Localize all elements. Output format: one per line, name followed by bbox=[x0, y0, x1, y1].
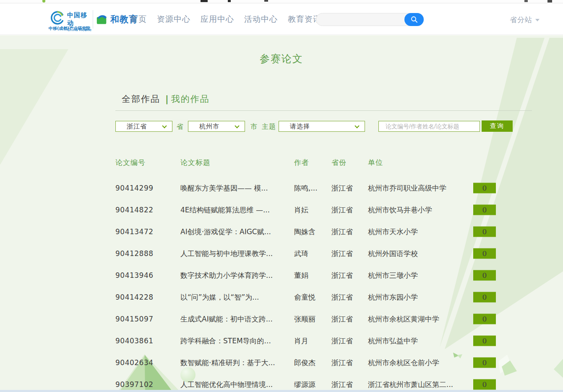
city-select[interactable]: 杭州市 bbox=[188, 121, 245, 132]
china-mobile-subtitle: 中移(成都)产业研究院 bbox=[49, 26, 94, 31]
paper-id: 90412888 bbox=[115, 249, 154, 258]
paper-author: 郎俊杰 bbox=[294, 358, 315, 368]
paper-id: 90403861 bbox=[115, 337, 154, 345]
topic-label: 主题 bbox=[262, 123, 276, 131]
paper-organization: 杭州市天水小学 bbox=[368, 227, 418, 237]
tab-separator: | bbox=[165, 94, 169, 104]
header-paper-title: 论文标题 bbox=[180, 158, 211, 167]
paper-province: 浙江省 bbox=[331, 271, 353, 280]
topic-select[interactable]: 请选择 bbox=[279, 121, 365, 132]
score-badge: 0 bbox=[473, 183, 496, 193]
paper-id: 90413472 bbox=[115, 227, 154, 236]
table-row[interactable]: 90403861 跨学科融合：STEM导向的... 肖月 浙江省 杭州市弘益中学… bbox=[0, 330, 563, 352]
keyword-search-input[interactable] bbox=[378, 121, 480, 132]
paper-id: 90414228 bbox=[115, 293, 154, 301]
province-select[interactable]: 浙江省 bbox=[115, 121, 172, 132]
paper-province: 浙江省 bbox=[331, 205, 353, 215]
province-select-value: 浙江省 bbox=[127, 123, 147, 130]
paper-author: 武琦 bbox=[294, 249, 308, 259]
nav-item[interactable]: 应用中心 bbox=[201, 14, 234, 25]
site-header: 中国移动 China Mobile 中移(成都)产业研究院 和教育 首页 资源中… bbox=[0, 4, 563, 35]
works-tabs: 全部作品 | 我的作品 bbox=[122, 93, 210, 105]
province-label: 省 bbox=[177, 123, 184, 131]
table-row[interactable]: 90402634 数智赋能·精准研判：基于大... 郎俊杰 浙江省 杭州市余杭区… bbox=[0, 352, 563, 374]
paper-author: 俞童悦 bbox=[294, 293, 315, 302]
paper-province: 浙江省 bbox=[331, 380, 353, 389]
paper-province: 浙江省 bbox=[331, 314, 353, 324]
paper-title: 以“问”为媒，以“智”为... bbox=[180, 293, 259, 302]
paper-province: 浙江省 bbox=[331, 293, 353, 302]
query-button[interactable]: 查询 bbox=[482, 120, 513, 132]
tab-text-fragment bbox=[201, 0, 208, 2]
table-row[interactable]: 90414228 以“问”为媒，以“智”为... 俞童悦 浙江省 杭州市东园小学… bbox=[0, 286, 563, 308]
paper-organization: 杭州市余杭区黄湖中学 bbox=[368, 314, 439, 324]
score-badge: 0 bbox=[473, 358, 496, 368]
table-row[interactable]: 90415097 生成式AI赋能：初中语文跨... 张顺丽 浙江省 杭州市余杭区… bbox=[0, 308, 563, 330]
header-search[interactable] bbox=[316, 13, 424, 26]
table-row[interactable]: 90397102 人工智能优化高中物理情境... 缪源源 浙江省 浙江省杭州市萧… bbox=[0, 374, 563, 392]
paper-organization: 杭州市余杭区仓前小学 bbox=[368, 358, 439, 368]
paper-id: 90414822 bbox=[115, 206, 154, 214]
tab-text-fragment bbox=[524, 0, 528, 2]
paper-author: 肖妘 bbox=[294, 205, 308, 215]
paper-id: 90413946 bbox=[115, 271, 154, 280]
city-select-value: 杭州市 bbox=[199, 123, 219, 130]
score-badge: 0 bbox=[473, 314, 496, 324]
nav-item[interactable]: 首页 bbox=[130, 14, 147, 25]
tab-text-fragment bbox=[547, 0, 552, 3]
paper-title: 数字技术助力小学体育跨学... bbox=[180, 271, 273, 280]
paper-organization: 杭州外国语学校 bbox=[368, 249, 418, 259]
caret-down-icon bbox=[535, 19, 540, 21]
chevron-down-icon bbox=[354, 123, 359, 128]
paper-province: 浙江省 bbox=[331, 183, 353, 193]
nav-item[interactable]: 资源中心 bbox=[157, 14, 190, 25]
content-area: 参赛论文 全部作品 | 我的作品 浙江省 省 杭州市 市 主题 请选择 bbox=[0, 35, 563, 392]
paper-organization: 杭州市乔司职业高级中学 bbox=[368, 183, 446, 193]
paper-author: 董娟 bbox=[294, 271, 308, 280]
header-author: 作者 bbox=[294, 158, 309, 167]
header-search-input[interactable] bbox=[322, 14, 402, 25]
hejiaoyu-logo-icon bbox=[96, 13, 108, 26]
table-row[interactable]: 90413946 数字技术助力小学体育跨学... 董娟 浙江省 杭州市三墩小学 … bbox=[0, 264, 563, 286]
tab-text-fragment bbox=[264, 0, 268, 2]
paper-title: 跨学科融合：STEM导向的... bbox=[180, 336, 271, 346]
china-mobile-name-zh: 中国移动 bbox=[67, 11, 93, 27]
paper-id: 90397102 bbox=[115, 380, 154, 389]
province-site-dropdown[interactable]: 省分站 bbox=[510, 15, 540, 25]
paper-title: 唤醒东方美学基因—— 模... bbox=[180, 183, 268, 193]
header-organization: 单位 bbox=[368, 158, 383, 167]
paper-author: 缪源源 bbox=[294, 380, 315, 389]
score-badge: 0 bbox=[473, 227, 496, 237]
table-row[interactable]: 90413472 AI创境·游戏促学：AIGC赋... 陶姝含 浙江省 杭州市天… bbox=[0, 221, 563, 243]
paper-title: 生成式AI赋能：初中语文跨... bbox=[180, 314, 273, 324]
search-icon bbox=[411, 16, 418, 23]
paper-author: 张顺丽 bbox=[294, 314, 315, 324]
nav-item[interactable]: 活动中心 bbox=[244, 14, 278, 25]
paper-province: 浙江省 bbox=[331, 358, 353, 368]
china-mobile-logo: 中国移动 China Mobile 中移(成都)产业研究院 bbox=[50, 7, 93, 32]
paper-organization: 杭州市东园小学 bbox=[368, 293, 418, 302]
paper-id: 90415097 bbox=[115, 315, 154, 323]
paper-province: 浙江省 bbox=[331, 249, 353, 259]
tab-my-works[interactable]: 我的作品 bbox=[171, 93, 210, 105]
paper-id: 90414299 bbox=[115, 184, 154, 192]
score-badge: 0 bbox=[473, 336, 496, 346]
paper-title: 人工智能与初中地理课教学... bbox=[180, 249, 273, 259]
score-badge: 0 bbox=[473, 248, 496, 259]
tab-all-works[interactable]: 全部作品 bbox=[122, 93, 160, 105]
table-row[interactable]: 90412888 人工智能与初中地理课教学... 武琦 浙江省 杭州外国语学校 … bbox=[0, 243, 563, 264]
paper-organization: 杭州市饮马井巷小学 bbox=[368, 205, 432, 215]
paper-organization: 浙江省杭州市萧山区第二... bbox=[368, 380, 453, 389]
table-row[interactable]: 90414299 唤醒东方美学基因—— 模... 陈鸣,... 浙江省 杭州市乔… bbox=[0, 177, 563, 199]
score-badge: 0 bbox=[473, 292, 496, 303]
table-header: 论文编号 论文标题 作者 省份 单位 bbox=[0, 158, 563, 168]
chevron-down-icon bbox=[162, 123, 167, 128]
score-badge: 0 bbox=[473, 205, 496, 215]
header-search-button[interactable] bbox=[404, 13, 424, 26]
bottom-edge-strip bbox=[0, 390, 563, 392]
main-nav: 首页 资源中心 应用中心 活动中心 教育资讯 bbox=[130, 4, 321, 35]
paper-title: 人工智能优化高中物理情境... bbox=[180, 380, 273, 389]
province-site-label: 省分站 bbox=[510, 15, 532, 25]
table-row[interactable]: 90414822 4E结构链赋能算法思维 —... 肖妘 浙江省 杭州市饮马井巷… bbox=[0, 199, 563, 221]
paper-title: 4E结构链赋能算法思维 —... bbox=[180, 205, 270, 215]
